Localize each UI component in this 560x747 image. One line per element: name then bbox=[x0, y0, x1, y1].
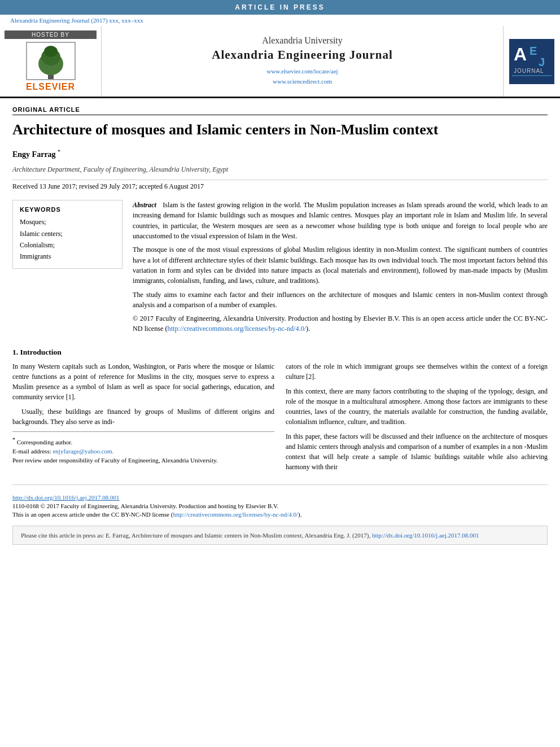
citation-box: Please cite this article in press as: E.… bbox=[12, 526, 548, 545]
intro-right-para3: In this paper, these factors will be dis… bbox=[286, 431, 548, 472]
journal-url2: www.sciencedirect.com bbox=[266, 77, 338, 87]
keywords-list: Mosques; Islamic centers; Colonialism; I… bbox=[20, 216, 115, 263]
keywords-column: KEYWORDS Mosques; Islamic centers; Colon… bbox=[12, 200, 123, 338]
article-in-press-banner: ARTICLE IN PRESS bbox=[0, 0, 560, 15]
divider-after-affil bbox=[12, 180, 548, 180]
abstract-copyright: © 2017 Faculty of Engineering, Alexandri… bbox=[133, 313, 548, 334]
journal-header: HOSTED BY ELSEVIER Alexandria University… bbox=[0, 26, 560, 98]
keyword-3: Colonialism; bbox=[20, 239, 115, 251]
svg-text:E: E bbox=[530, 45, 537, 57]
keyword-2: Islamic centers; bbox=[20, 228, 115, 239]
svg-text:A: A bbox=[514, 44, 527, 64]
author-name: Engy Farrag bbox=[12, 150, 56, 158]
intro-right-body: cators of the role in which immigrant gr… bbox=[286, 361, 548, 477]
abstract-para2: The mosque is one of the most visual exp… bbox=[133, 244, 548, 286]
main-content: ORIGINAL ARTICLE Architecture of mosques… bbox=[0, 98, 560, 551]
journal-urls: www.elsevier.com/locate/aej www.scienced… bbox=[266, 67, 338, 86]
footnote-peer-review: Peer review under responsibility of Facu… bbox=[12, 456, 274, 465]
keywords-label: KEYWORDS bbox=[20, 206, 115, 213]
journal-url1: www.elsevier.com/locate/aej bbox=[266, 67, 338, 77]
introduction-section: 1. Introduction In many Western capitals… bbox=[12, 348, 548, 477]
intro-body-two-col: In many Western capitals such as London,… bbox=[12, 361, 548, 477]
journal-full-name: Alexandria Engineering Journal bbox=[212, 48, 393, 62]
intro-heading: 1. Introduction bbox=[12, 348, 548, 357]
intro-right-para1: cators of the role in which immigrant gr… bbox=[286, 361, 548, 382]
intro-para1: In many Western capitals such as London,… bbox=[12, 361, 274, 402]
doi-url[interactable]: http://dx.doi.org/10.1016/j.aej.2017.08.… bbox=[12, 494, 548, 501]
footnote-email-link[interactable]: enjyfarage@yahoo.com. bbox=[53, 448, 113, 455]
elsevier-name: ELSEVIER bbox=[26, 82, 75, 92]
footnote-star-symbol: * bbox=[12, 436, 15, 443]
keyword-1: Mosques; bbox=[20, 216, 115, 228]
doi-section: http://dx.doi.org/10.1016/j.aej.2017.08.… bbox=[12, 484, 548, 518]
intro-left-body: In many Western capitals such as London,… bbox=[12, 361, 274, 477]
abstract-column: Abstract Islam is the fastest growing re… bbox=[133, 200, 548, 338]
footnote-email-label: E-mail address: bbox=[12, 448, 51, 455]
abstract-section-layout: KEYWORDS Mosques; Islamic centers; Colon… bbox=[12, 200, 548, 338]
copyright-line: 1110-0168 © 2017 Faculty of Engineering,… bbox=[12, 503, 548, 509]
keywords-box: KEYWORDS Mosques; Islamic centers; Colon… bbox=[12, 200, 123, 269]
received-dates: Received 13 June 2017; revised 29 July 2… bbox=[12, 182, 548, 191]
footnote-area: * Corresponding author. E-mail address: … bbox=[12, 431, 274, 465]
aej-logo-section: A E J JOURNAL bbox=[504, 26, 560, 97]
open-access-line: This is an open access article under the… bbox=[12, 511, 548, 518]
university-name: Alexandria University bbox=[262, 36, 343, 46]
abstract-license-link[interactable]: http://creativecommons.org/licenses/by-n… bbox=[168, 325, 307, 333]
footnote-email-line: E-mail address: enjyfarage@yahoo.com. bbox=[12, 447, 274, 456]
citation-text: Please cite this article in press as: E.… bbox=[21, 532, 370, 539]
svg-text:JOURNAL: JOURNAL bbox=[514, 68, 544, 74]
abstract-text-p1: Islam is the fastest growing religion in… bbox=[133, 201, 548, 240]
footnote-corresponding: Corresponding author. bbox=[17, 438, 72, 445]
citation-link[interactable]: http://dx.doi.org/10.1016/j.aej.2017.08.… bbox=[372, 532, 479, 539]
intro-right-para2: In this context, there are many factors … bbox=[286, 386, 548, 427]
article-type-label: ORIGINAL ARTICLE bbox=[12, 106, 548, 115]
intro-para2: Usually, these buildings are financed by… bbox=[12, 407, 274, 427]
open-access-text: This is an open access article under the… bbox=[12, 511, 169, 518]
journal-info-center: Alexandria University Alexandria Enginee… bbox=[102, 26, 504, 97]
abstract-para1: Abstract Islam is the fastest growing re… bbox=[133, 200, 548, 241]
elsevier-logo-section: HOSTED BY ELSEVIER bbox=[0, 26, 102, 97]
svg-point-3 bbox=[44, 46, 58, 57]
abstract-label: Abstract bbox=[133, 201, 156, 209]
elsevier-tree-icon bbox=[25, 41, 76, 81]
footnote-star: * Corresponding author. bbox=[12, 435, 274, 447]
elsevier-logo-area: ELSEVIER bbox=[25, 41, 76, 92]
abstract-text: Abstract Islam is the fastest growing re… bbox=[133, 200, 548, 334]
article-title: Architecture of mosques and Islamic cent… bbox=[12, 121, 548, 139]
svg-text:J: J bbox=[539, 56, 545, 68]
aej-logo-icon: A E J JOURNAL bbox=[509, 39, 554, 84]
author-affiliation: Architecture Department, Faculty of Engi… bbox=[12, 165, 548, 174]
abstract-para3: The study aims to examine each factor an… bbox=[133, 290, 548, 311]
keyword-4: Immigrants bbox=[20, 251, 115, 262]
journal-link-line: Alexandria Engineering Journal (2017) xx… bbox=[0, 15, 560, 26]
author-line: Engy Farrag * bbox=[12, 148, 548, 159]
hosted-by-badge: HOSTED BY bbox=[5, 30, 97, 39]
open-access-url[interactable]: http://creativecommons.org/licenses/by-n… bbox=[173, 511, 298, 518]
author-sup: * bbox=[58, 148, 60, 155]
